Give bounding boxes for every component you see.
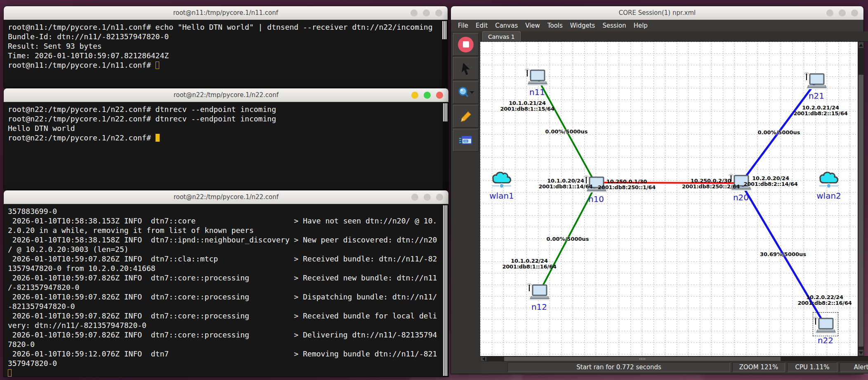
terminal-prompt-line — [8, 368, 442, 377]
interface-ip-label: 10.1.0.20/242001:db8:1::14/64 — [538, 178, 592, 190]
stop-icon — [458, 37, 474, 52]
canvas-tabbar: Canvas 1 — [480, 31, 868, 42]
node-n22[interactable] — [812, 315, 836, 335]
terminal-titlebar[interactable]: root@n11:/tmp/pycore.1/n11.conf — [4, 6, 448, 20]
terminal-line: 1357947820-0 from 10.2.0.20:41668 — [8, 264, 442, 273]
status-alerts[interactable]: Alerts — [840, 362, 868, 372]
terminal-line: 2026-01-10T10:59:07.826Z INFO dtn7::cla:… — [8, 254, 442, 264]
desktop: root@n11:/tmp/pycore.1/n11.conf root@n11… — [0, 0, 868, 380]
node-label: n11 — [529, 87, 545, 97]
terminal-content[interactable]: root@n11:/tmp/pycore.1/n11.conf# echo "H… — [4, 20, 447, 88]
scroll-left-arrow-icon[interactable] — [481, 357, 486, 361]
node-label: n12 — [531, 302, 547, 312]
close-button-icon[interactable] — [436, 92, 443, 99]
status-cpu[interactable]: CPU 1.11% — [787, 362, 837, 372]
terminal-prompt-line: root@n11:/tmp/pycore.1/n11.conf# — [8, 60, 441, 70]
node-wlan1[interactable] — [491, 170, 512, 190]
terminal-line: / @ 10.2.0.20:3003 (len=25) — [8, 245, 442, 254]
window-buttons[interactable] — [411, 194, 443, 201]
laptop-icon — [803, 70, 827, 91]
laptop-icon — [524, 66, 547, 87]
minimize-button-icon[interactable] — [411, 92, 418, 99]
terminal-line: root@n22:/tmp/pycore.1/n22.conf# dtnrecv… — [8, 114, 442, 124]
window-button-icon[interactable] — [411, 194, 418, 201]
terminal-titlebar[interactable]: root@n22:/tmp/pycore.1/n22.conf — [4, 190, 448, 204]
hscroll-thumb[interactable] — [504, 357, 781, 361]
scroll-up-arrow-icon[interactable] — [859, 42, 863, 48]
interface-ip-label: 10.2.0.20/242001:db8:2::14/64 — [743, 176, 797, 187]
menu-file[interactable]: File — [454, 22, 472, 29]
window-title: root@n22:/tmp/pycore.1/n22.conf — [174, 91, 279, 99]
window-button-icon[interactable] — [435, 10, 442, 17]
terminal-line: 7820-0 — [8, 340, 442, 349]
menu-view[interactable]: View — [521, 22, 544, 29]
window-title: root@n22:/tmp/pycore.1/n22.conf — [174, 193, 279, 201]
zoom-tool-button[interactable] — [453, 81, 479, 104]
vscroll-thumb[interactable] — [859, 75, 863, 347]
window-button-icon[interactable] — [826, 10, 833, 17]
tab-canvas-1[interactable]: Canvas 1 — [482, 31, 521, 41]
window-button-icon[interactable] — [851, 10, 858, 17]
terminal-line: Time: 2026-01-10T10:59:07.821286424Z — [8, 51, 441, 60]
terminal-line: Result: Sent 93 bytes — [8, 41, 441, 51]
window-button-icon[interactable] — [424, 194, 431, 201]
menu-widgets[interactable]: Widgets — [566, 22, 599, 29]
link-loss-delay-label: 30.69%/5000us — [760, 251, 806, 257]
node-n11[interactable] — [524, 66, 547, 87]
terminal-scrollbar[interactable] — [443, 204, 448, 377]
node-label: wlan2 — [816, 191, 841, 201]
terminal-cursor — [156, 62, 159, 69]
link-loss-delay-label: 0.00%/5000us — [546, 236, 589, 242]
runtime-widgets-button[interactable] — [453, 129, 479, 152]
network-canvas[interactable]: n11n10n12n21n20n22wlan1wlan210.1.0.21/24… — [480, 42, 858, 356]
terminal-line: Hello DTN world — [8, 124, 442, 133]
annotation-tool-button[interactable] — [453, 105, 479, 128]
terminal-line: root@n11:/tmp/pycore.1/n11.conf# echo "H… — [8, 22, 441, 32]
terminal-window-n22-log: root@n22:/tmp/pycore.1/n22.conf 35788369… — [3, 190, 449, 377]
link-loss-delay-label: 0.00%/5000us — [757, 129, 800, 135]
terminal-titlebar[interactable]: root@n22:/tmp/pycore.1/n22.conf — [4, 88, 448, 102]
window-button-icon[interactable] — [839, 10, 846, 17]
canvas-horizontal-scrollbar[interactable] — [480, 356, 868, 361]
terminal-line: Bundle-Id: dtn://n11/-821357947820-0 — [8, 32, 441, 41]
stop-session-button[interactable] — [453, 33, 479, 56]
menu-edit[interactable]: Edit — [472, 22, 491, 29]
status-zoom[interactable]: ZOOM 121% — [732, 362, 785, 372]
terminal-scrollbar[interactable] — [443, 102, 448, 190]
terminal-line: 2026-01-10T10:59:07.826Z INFO dtn7::core… — [8, 273, 442, 283]
window-buttons[interactable] — [411, 92, 443, 99]
interface-ip-label: 10.2.0.21/242001:db8:2::15/64 — [793, 105, 847, 116]
terminal-line: 2026-01-10T10:58:38.153Z INFO dtn7::core… — [8, 216, 442, 226]
node-wlan2[interactable] — [818, 170, 840, 190]
interface-ip-label: 10.1.0.21/242001:db8:1::15/64 — [500, 100, 554, 112]
terminal-line: 2.0.20 in a while, removing it from list… — [8, 226, 442, 235]
terminal-window-n11: root@n11:/tmp/pycore.1/n11.conf root@n11… — [3, 6, 448, 88]
window-button-icon[interactable] — [436, 194, 443, 201]
select-tool-button[interactable] — [453, 57, 479, 80]
window-buttons[interactable] — [826, 10, 858, 17]
menu-help[interactable]: Help — [630, 22, 651, 29]
terminal-cursor — [8, 369, 12, 377]
terminal-line: 2026-01-10T10:59:12.076Z INFO dtn7 > Rem… — [8, 349, 442, 359]
maximize-button-icon[interactable] — [424, 92, 431, 99]
menu-session[interactable]: Session — [599, 22, 630, 29]
window-button-icon[interactable] — [410, 10, 417, 17]
node-label: n22 — [818, 335, 833, 345]
magnifier-icon — [457, 86, 474, 99]
cursor-arrow-icon — [459, 62, 472, 76]
window-button-icon[interactable] — [423, 10, 430, 17]
node-n12[interactable] — [526, 281, 550, 302]
terminal-scrollbar[interactable] — [442, 20, 447, 88]
terminal-line: 2026-01-10T10:58:38.158Z INFO dtn7::ipnd… — [8, 235, 442, 245]
core-titlebar[interactable]: CORE Session(1) npr.xml — [451, 6, 863, 20]
menu-tools[interactable]: Tools — [544, 22, 566, 29]
window-buttons[interactable] — [410, 10, 442, 17]
core-window: CORE Session(1) npr.xml File Edit Canvas… — [451, 6, 864, 374]
menu-canvas[interactable]: Canvas — [491, 22, 521, 29]
terminal-content[interactable]: root@n22:/tmp/pycore.1/n22.conf# dtnrecv… — [4, 102, 448, 190]
canvas-vertical-scrollbar[interactable] — [858, 42, 864, 356]
terminal-content[interactable]: 357883699-0 2026-01-10T10:58:38.153Z INF… — [4, 204, 448, 377]
scroll-down-arrow-icon[interactable] — [859, 350, 863, 356]
node-n21[interactable] — [803, 70, 827, 91]
wlan-cloud-icon — [491, 170, 512, 190]
